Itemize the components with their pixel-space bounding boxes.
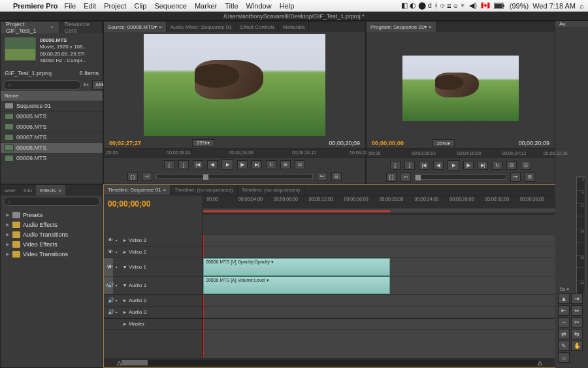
work-area-bar[interactable] [203, 210, 390, 212]
track-header-video3[interactable]: 👁▪▸ Video 3 [104, 235, 203, 246]
lock-icon[interactable]: ▪ [116, 265, 117, 269]
program-ruler[interactable]: ;00;00 00;02;08;04 00;04;16;08 00;06;24;… [367, 148, 555, 158]
goto-out-button[interactable]: ▶| [252, 160, 262, 169]
spotlight-icon[interactable]: ⌕ [580, 2, 584, 10]
bin-item[interactable]: 00005.MTS [1, 112, 103, 122]
selection-tool[interactable]: ▲ [558, 293, 570, 304]
bin-item[interactable]: Sequence 01 [1, 101, 103, 112]
timeline-track-area[interactable]: 00008.MTS [V] Opacity:Opacity ▾ 00008.MT… [203, 215, 555, 358]
mark-out-button[interactable]: } [404, 161, 415, 170]
program-timecode-in[interactable]: 00;00;00;00 [372, 140, 404, 146]
source-ruler[interactable]: ;00;00 00;02;08;04 00;04;16;08 00;06;24;… [104, 148, 365, 158]
step-forward-button[interactable]: |▶ [237, 160, 248, 169]
track-video1[interactable]: 00008.MTS [V] Opacity:Opacity ▾ [203, 258, 555, 276]
tab-project[interactable]: Project: GIF_Test_1× [1, 22, 59, 33]
tab-info[interactable]: Info [20, 185, 36, 195]
timeline-ruler[interactable]: 00;00 00;00;04;00 00;00;08;00 00;00;12;0… [203, 195, 555, 215]
clip-video1[interactable]: 00008.MTS [V] Opacity:Opacity ▾ [203, 258, 390, 276]
insert-button[interactable]: ⊞ [280, 160, 291, 169]
goto-in-button[interactable]: |◀ [419, 161, 429, 170]
tab-media-browser[interactable]: wser [1, 185, 20, 195]
goto-prev-button[interactable]: ↤ [400, 173, 411, 182]
menu-file[interactable]: File [64, 2, 76, 10]
bin-item[interactable]: 00008.MTS [1, 143, 103, 154]
zoom-tool[interactable]: ⌕ [558, 352, 570, 363]
lock-icon[interactable]: ▪ [116, 238, 117, 243]
close-icon[interactable]: × [59, 188, 62, 193]
effects-folder[interactable]: ▶Audio Effects [3, 220, 100, 229]
slide-tool[interactable]: ⇆ [571, 329, 583, 339]
effects-folder[interactable]: ▶Video Transitions [3, 249, 100, 259]
scroll-thumb[interactable] [122, 360, 148, 365]
ripple-edit-tool[interactable]: ⇤ [558, 305, 570, 316]
tab-audio-meters[interactable]: Au [555, 21, 588, 27]
rolling-edit-tool[interactable]: ⇔ [571, 305, 583, 316]
source-timecode-out[interactable]: 00;00;20;09 [329, 140, 360, 146]
effects-folder[interactable]: ▶Presets [3, 210, 100, 220]
lock-icon[interactable]: ▪ [116, 310, 117, 314]
menubar-clock[interactable]: Wed 7:18 AM [532, 2, 576, 10]
eye-icon[interactable]: 👁 [108, 237, 114, 243]
menubar-extra-icons[interactable]: ◧ ◐ ⬤ d ᚼ ⟳ ☰ ⊚ ᯤ ◀︎) [401, 1, 477, 10]
effects-search-input[interactable] [3, 197, 100, 206]
zoom-out-icon[interactable]: △ [117, 360, 122, 366]
mark-in-button[interactable]: { [164, 160, 174, 169]
mark-clip-button[interactable]: { } [127, 172, 138, 181]
tab-timeline-empty[interactable]: Timeline: (no sequences) [171, 185, 238, 195]
timeline-timecode[interactable]: 00;00;00;00 [104, 195, 203, 212]
source-timecode-in[interactable]: 00;02;27;27 [109, 140, 141, 146]
disclosure-arrow-icon[interactable]: ▶ [6, 212, 12, 218]
tab-source[interactable]: Source: 00008.MTS ▾ × [104, 22, 167, 32]
tab-program[interactable]: Program: Sequence 01 ▾ × [367, 22, 436, 32]
goto-next-button[interactable]: ↦ [510, 173, 521, 182]
menu-edit[interactable]: Edit [84, 2, 96, 10]
name-column-header[interactable]: Name [1, 91, 103, 101]
effects-folder[interactable]: ▶Video Effects [3, 239, 100, 249]
step-back-button[interactable]: ◀| [207, 160, 218, 169]
track-header-master[interactable]: ▸ Master [104, 318, 203, 330]
hand-tool[interactable]: ✋ [571, 341, 583, 351]
goto-prev-button[interactable]: ↤ [142, 172, 152, 181]
mark-clip-button[interactable]: { } [386, 173, 397, 182]
disclosure-arrow-icon[interactable]: ▶ [6, 232, 12, 237]
lock-icon[interactable]: ▪ [116, 283, 117, 288]
disclosure-arrow-icon[interactable]: ▶ [6, 252, 12, 257]
bin-item[interactable]: 00007.MTS [1, 133, 103, 143]
jog-scrubber[interactable] [156, 174, 313, 179]
tab-timeline-empty[interactable]: Timeline: (no sequences) [238, 185, 305, 195]
overwrite-button[interactable]: ⊡ [295, 160, 305, 169]
lock-icon[interactable]: ▪ [116, 250, 117, 254]
goto-in-button[interactable]: |◀ [193, 160, 203, 169]
program-timecode-out[interactable]: 00;00;20;09 [518, 140, 549, 146]
lift-button[interactable]: ⊟ [506, 161, 517, 170]
track-header-audio2[interactable]: 🔊▪▸ Audio 2 [104, 295, 203, 307]
menu-marker[interactable]: Marker [195, 2, 217, 10]
tab-effect-controls[interactable]: Effect Controls [237, 22, 279, 32]
zoom-dropdown[interactable]: 25% ▾ [192, 139, 214, 147]
loop-button[interactable]: ↻ [266, 160, 276, 169]
track-audio3[interactable] [203, 307, 555, 318]
track-header-video2[interactable]: 👁▪▸ Video 2 [104, 246, 203, 258]
close-icon[interactable]: × [163, 187, 167, 193]
disclosure-arrow-icon[interactable]: ▶ [6, 242, 12, 247]
close-icon[interactable]: × [566, 286, 570, 292]
project-search-input[interactable] [3, 80, 81, 90]
rate-stretch-tool[interactable]: ↔ [558, 317, 570, 327]
track-audio1[interactable]: 00008.MTS [A] Volume:Level ▾ [203, 276, 555, 295]
clip-thumbnail[interactable] [5, 37, 36, 61]
goto-out-button[interactable]: ▶| [478, 161, 488, 170]
play-button[interactable]: ▶ [448, 160, 459, 171]
step-forward-button[interactable]: |▶ [463, 161, 474, 170]
razor-tool[interactable]: ✂ [571, 317, 583, 327]
goto-next-button[interactable]: ↦ [317, 172, 327, 181]
tab-effects[interactable]: Effects× [36, 185, 65, 195]
close-icon[interactable]: × [50, 24, 54, 30]
mark-out-button[interactable]: } [178, 160, 189, 169]
output-button[interactable]: ⊟ [331, 172, 342, 181]
pen-tool[interactable]: ✎ [558, 341, 570, 351]
tab-audio-mixer[interactable]: Audio Mixer: Sequence 01 [167, 22, 237, 32]
step-back-button[interactable]: ◀| [433, 161, 444, 170]
tab-resource-central[interactable]: Resource Cent [59, 22, 103, 33]
close-icon[interactable]: × [159, 24, 162, 30]
track-video2[interactable] [203, 246, 555, 258]
